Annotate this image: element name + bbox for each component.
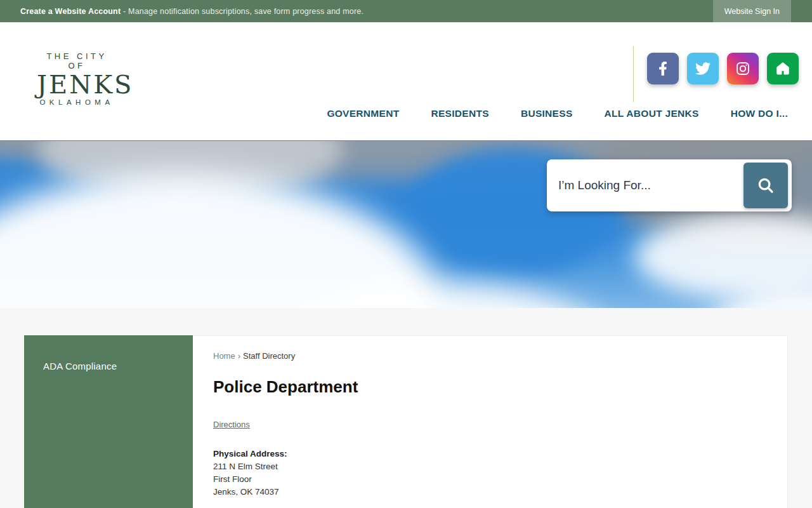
main-content: ADA Compliance Home›Staff Directory Poli… — [0, 308, 812, 508]
nav-business[interactable]: BUSINESS — [521, 108, 573, 119]
instagram-glyph — [735, 61, 750, 76]
sidebar-item-ada-compliance[interactable]: ADA Compliance — [24, 361, 193, 371]
physical-address-label: Physical Address: — [213, 448, 762, 460]
content-panel: Home›Staff Directory Police Department D… — [193, 335, 788, 508]
cloud-shape — [634, 214, 812, 300]
account-message-text: - Manage notification subscriptions, sav… — [121, 7, 363, 16]
page-title: Police Department — [213, 377, 762, 397]
directions-link[interactable]: Directions — [213, 420, 250, 429]
utility-bar: Create a Website Account - Manage notifi… — [0, 0, 812, 22]
search-input[interactable] — [547, 159, 737, 211]
city-logo[interactable]: THE CITY OF JENKS OKLAHOMA — [37, 51, 117, 106]
site-header: THE CITY OF JENKS OKLAHOMA GOVERNMENT RE… — [0, 22, 812, 140]
nav-government[interactable]: GOVERNMENT — [327, 108, 399, 119]
address-line: Jenks, OK 74037 — [213, 486, 762, 498]
logo-line-oklahoma: OKLAHOMA — [37, 98, 117, 106]
facebook-glyph — [656, 62, 670, 76]
create-account-link[interactable]: Create a Website Account — [20, 7, 121, 16]
cloud-shape — [704, 284, 812, 308]
breadcrumb-separator: › — [235, 351, 243, 361]
logo-line-top: THE CITY OF — [37, 51, 117, 70]
address-line: 211 N Elm Street — [213, 460, 762, 473]
breadcrumb-current: Staff Directory — [243, 351, 295, 361]
main-nav: GOVERNMENT RESIDENTS BUSINESS ALL ABOUT … — [327, 108, 788, 119]
instagram-icon[interactable] — [727, 53, 759, 84]
hero-banner — [0, 140, 812, 308]
nextdoor-icon[interactable] — [767, 53, 799, 84]
twitter-icon[interactable] — [687, 53, 719, 84]
facebook-icon[interactable] — [647, 53, 679, 84]
website-sign-in-button[interactable]: Website Sign In — [713, 0, 791, 22]
left-sidebar: ADA Compliance — [24, 335, 193, 508]
nav-how-do-i[interactable]: HOW DO I... — [731, 108, 788, 119]
breadcrumb: Home›Staff Directory — [213, 351, 762, 361]
social-links — [647, 53, 799, 84]
logo-line-jenks: JENKS — [37, 70, 117, 98]
header-divider — [633, 46, 634, 102]
house-glyph — [775, 60, 791, 77]
cloud-shape — [38, 140, 343, 198]
search-button[interactable] — [743, 163, 788, 208]
nav-residents[interactable]: RESIDENTS — [431, 108, 488, 119]
account-message: Create a Website Account - Manage notifi… — [0, 7, 363, 16]
site-search — [547, 159, 792, 211]
breadcrumb-home-link[interactable]: Home — [213, 351, 235, 361]
search-icon — [756, 176, 775, 195]
address-line: First Floor — [213, 473, 762, 486]
twitter-glyph — [695, 61, 710, 76]
cloud-shape — [0, 173, 438, 308]
physical-address-block: Physical Address: 211 N Elm Street First… — [213, 448, 762, 498]
cloud-shape — [266, 284, 622, 308]
nav-all-about-jenks[interactable]: ALL ABOUT JENKS — [605, 108, 699, 119]
